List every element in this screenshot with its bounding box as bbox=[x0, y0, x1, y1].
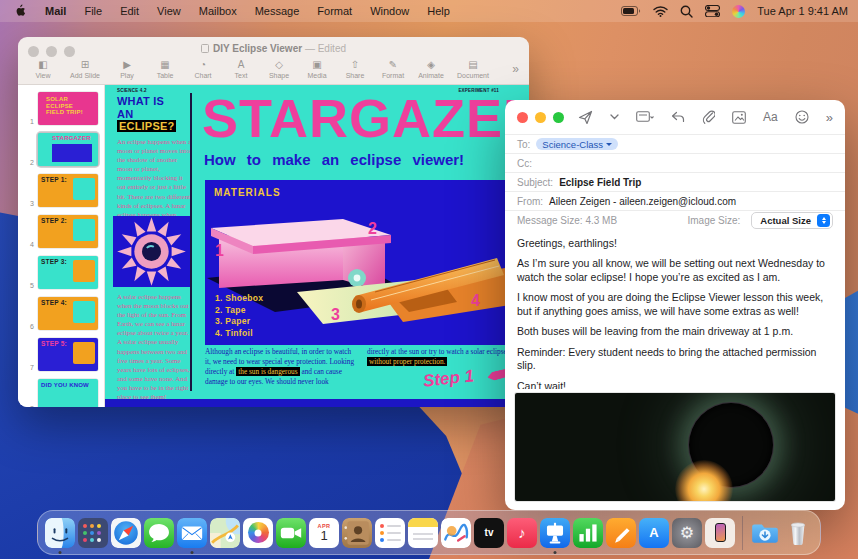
dock-mail[interactable] bbox=[177, 518, 207, 548]
image-size-select[interactable]: Actual Size bbox=[751, 212, 833, 229]
menu-bar-clock[interactable]: Tue Apr 1 9:41 AM bbox=[757, 5, 848, 17]
keynote-toolbar-overflow-button[interactable]: » bbox=[512, 62, 519, 76]
toolbar-button-icon: ▦ bbox=[146, 60, 184, 70]
slide-thumbnail-row[interactable]: 7 STEP 5: bbox=[18, 336, 104, 373]
keynote-toolbar-button[interactable]: ◇ Shape bbox=[260, 60, 298, 79]
dock-calendar[interactable]: APR 1 bbox=[309, 518, 339, 548]
keynote-toolbar-button[interactable]: ▦ Table bbox=[146, 60, 184, 79]
subject-field[interactable]: Subject: Eclipse Field Trip bbox=[505, 172, 845, 191]
keynote-toolbar-button[interactable]: ⊞ Add Slide bbox=[62, 60, 108, 79]
slide-thumbnail[interactable]: STEP 1: bbox=[38, 174, 98, 207]
minimize-button[interactable] bbox=[535, 112, 546, 123]
keynote-toolbar-button[interactable]: ⇧ Share bbox=[336, 60, 374, 79]
keynote-toolbar-button[interactable]: ◈ Animate bbox=[412, 60, 450, 79]
dock-pages[interactable] bbox=[606, 518, 636, 548]
chevron-down-icon[interactable] bbox=[610, 114, 619, 120]
message-body[interactable]: Greetings, earthlings!As I’m sure you al… bbox=[505, 229, 845, 389]
toolbar-button-icon: ◇ bbox=[260, 60, 298, 70]
dock-reminders[interactable] bbox=[375, 518, 405, 548]
keynote-toolbar-button[interactable]: A Text bbox=[222, 60, 260, 79]
slide-thumbnail[interactable]: STEP 4: bbox=[38, 297, 98, 330]
attach-icon[interactable] bbox=[702, 110, 715, 125]
body-paragraph: I know most of you are doing the Eclipse… bbox=[517, 291, 833, 318]
reply-icon[interactable] bbox=[671, 111, 685, 123]
slide-thumbnail[interactable]: STEP 5: bbox=[38, 338, 98, 371]
menu-item[interactable]: Mail bbox=[36, 5, 75, 17]
slide-canvas[interactable]: SCIENCE 4.2 EXPERIMENT #11 WHAT IS AN EC… bbox=[105, 85, 529, 407]
siri-icon[interactable] bbox=[732, 5, 745, 18]
keynote-toolbar-button[interactable]: ✎ Format bbox=[374, 60, 412, 79]
dock-maps[interactable] bbox=[210, 518, 240, 548]
recipient-token[interactable]: Science-Class bbox=[536, 138, 618, 150]
dock-tv[interactable]: tv bbox=[474, 518, 504, 548]
slide-thumbnail-row[interactable]: 1 SOLAR ECLIPSE FIELD TRIP! bbox=[18, 90, 104, 127]
menu-item[interactable]: Help bbox=[418, 5, 459, 17]
keynote-toolbar-button[interactable]: ▶ Play bbox=[108, 60, 146, 79]
slide-navigator[interactable]: 1 SOLAR ECLIPSE FIELD TRIP! 2 STARGAZER bbox=[18, 85, 105, 407]
dock-settings[interactable]: ⚙ bbox=[672, 518, 702, 548]
slide-thumbnail[interactable]: STEP 2: bbox=[38, 215, 98, 248]
dock-trash[interactable] bbox=[783, 518, 813, 548]
slide-thumbnail[interactable]: STEP 3: bbox=[38, 256, 98, 289]
keynote-window[interactable]: DIY Eclipse Viewer — Edited ◧ View ⊞ Add… bbox=[18, 37, 529, 407]
slide-thumbnail-row[interactable]: 6 STEP 4: bbox=[18, 295, 104, 332]
battery-icon[interactable] bbox=[621, 6, 641, 16]
send-icon[interactable] bbox=[578, 110, 593, 125]
slide-thumbnail-row[interactable]: 8 DID YOU KNOW bbox=[18, 377, 104, 407]
dock-photos[interactable] bbox=[243, 518, 273, 548]
menu-item[interactable]: Edit bbox=[111, 5, 148, 17]
zoom-button[interactable] bbox=[553, 112, 564, 123]
close-button[interactable] bbox=[517, 112, 528, 123]
slide-thumbnail[interactable]: STARGAZER bbox=[38, 133, 98, 166]
dock-contacts[interactable] bbox=[342, 518, 372, 548]
from-field[interactable]: From: Aileen Zeigen - aileen.zeigen@iclo… bbox=[505, 191, 845, 210]
menu-item[interactable]: File bbox=[75, 5, 111, 17]
mail-compose-window[interactable]: Aa » To: Science-Class Cc: Subject: Ecli… bbox=[505, 100, 845, 510]
slide-thumbnail[interactable]: DID YOU KNOW bbox=[38, 379, 98, 407]
menu-item[interactable]: View bbox=[148, 5, 190, 17]
slide-thumbnail-row[interactable]: 2 STARGAZER bbox=[18, 131, 104, 168]
dock-downloads[interactable] bbox=[750, 518, 780, 548]
dock-music[interactable]: ♪ bbox=[507, 518, 537, 548]
dock-launchpad[interactable] bbox=[78, 518, 108, 548]
menu-item[interactable]: Mailbox bbox=[190, 5, 246, 17]
emoji-icon[interactable] bbox=[795, 110, 809, 124]
mail-window-controls[interactable] bbox=[517, 112, 564, 123]
dock-facetime[interactable] bbox=[276, 518, 306, 548]
keynote-titlebar[interactable]: DIY Eclipse Viewer — Edited bbox=[18, 37, 529, 54]
dock-iphone-mirroring[interactable] bbox=[705, 518, 735, 548]
keynote-toolbar-button[interactable]: ◧ View bbox=[24, 60, 62, 79]
slide-thumbnail-row[interactable]: 3 STEP 1: bbox=[18, 172, 104, 209]
control-center-icon[interactable] bbox=[705, 5, 720, 17]
dock-notes[interactable] bbox=[408, 518, 438, 548]
keynote-toolbar-button[interactable]: ▣ Media bbox=[298, 60, 336, 79]
apple-menu-icon[interactable] bbox=[16, 4, 28, 18]
eclipse-photo-attachment[interactable] bbox=[515, 393, 835, 501]
insert-photo-icon[interactable] bbox=[732, 111, 746, 124]
to-field[interactable]: To: Science-Class bbox=[505, 134, 845, 153]
dock-keynote[interactable] bbox=[540, 518, 570, 548]
keynote-window-controls[interactable] bbox=[28, 46, 75, 57]
cc-field[interactable]: Cc: bbox=[505, 153, 845, 172]
dock-app-store[interactable]: A bbox=[639, 518, 669, 548]
slide-thumbnail-row[interactable]: 5 STEP 3: bbox=[18, 254, 104, 291]
dock-safari[interactable] bbox=[111, 518, 141, 548]
wifi-icon[interactable] bbox=[653, 6, 668, 17]
dock-messages[interactable] bbox=[144, 518, 174, 548]
header-fields-icon[interactable] bbox=[636, 111, 654, 124]
dock-freeform[interactable] bbox=[441, 518, 471, 548]
slide-thumbnail[interactable]: SOLAR ECLIPSE FIELD TRIP! bbox=[38, 92, 98, 125]
more-toolbar-icon[interactable]: » bbox=[826, 110, 833, 125]
menu-item[interactable]: Window bbox=[361, 5, 418, 17]
keynote-toolbar-button[interactable]: ▤ Document bbox=[450, 60, 496, 79]
menu-item[interactable]: Format bbox=[308, 5, 361, 17]
slide-thumbnail-row[interactable]: 4 STEP 2: bbox=[18, 213, 104, 250]
menu-item[interactable]: Message bbox=[246, 5, 309, 17]
dock-numbers[interactable] bbox=[573, 518, 603, 548]
keynote-toolbar-button[interactable]: ◔ Chart bbox=[184, 60, 222, 79]
dock: APR 1 tv ♪ bbox=[37, 510, 821, 555]
dock-finder[interactable] bbox=[45, 518, 75, 548]
format-text-icon[interactable]: Aa bbox=[763, 110, 778, 124]
dock-separator bbox=[742, 516, 743, 550]
search-icon[interactable] bbox=[680, 5, 693, 18]
